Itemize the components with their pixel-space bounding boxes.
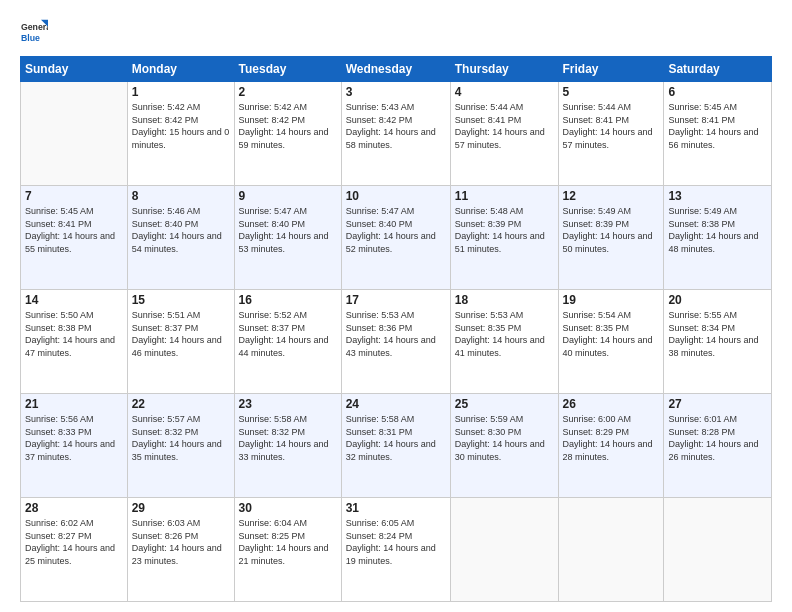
day-info: Sunrise: 6:01 AMSunset: 8:28 PMDaylight:… bbox=[668, 413, 767, 463]
day-info: Sunrise: 5:48 AMSunset: 8:39 PMDaylight:… bbox=[455, 205, 554, 255]
calendar-cell: 16Sunrise: 5:52 AMSunset: 8:37 PMDayligh… bbox=[234, 290, 341, 394]
calendar-table: SundayMondayTuesdayWednesdayThursdayFrid… bbox=[20, 56, 772, 602]
weekday-header-row: SundayMondayTuesdayWednesdayThursdayFrid… bbox=[21, 57, 772, 82]
calendar-cell bbox=[664, 498, 772, 602]
day-info: Sunrise: 6:04 AMSunset: 8:25 PMDaylight:… bbox=[239, 517, 337, 567]
calendar-cell: 29Sunrise: 6:03 AMSunset: 8:26 PMDayligh… bbox=[127, 498, 234, 602]
day-info: Sunrise: 5:50 AMSunset: 8:38 PMDaylight:… bbox=[25, 309, 123, 359]
day-number: 1 bbox=[132, 85, 230, 99]
day-info: Sunrise: 6:02 AMSunset: 8:27 PMDaylight:… bbox=[25, 517, 123, 567]
day-number: 12 bbox=[563, 189, 660, 203]
week-row-3: 14Sunrise: 5:50 AMSunset: 8:38 PMDayligh… bbox=[21, 290, 772, 394]
day-info: Sunrise: 5:47 AMSunset: 8:40 PMDaylight:… bbox=[346, 205, 446, 255]
day-number: 8 bbox=[132, 189, 230, 203]
day-info: Sunrise: 5:44 AMSunset: 8:41 PMDaylight:… bbox=[563, 101, 660, 151]
day-number: 30 bbox=[239, 501, 337, 515]
day-number: 16 bbox=[239, 293, 337, 307]
day-info: Sunrise: 5:51 AMSunset: 8:37 PMDaylight:… bbox=[132, 309, 230, 359]
calendar-cell: 3Sunrise: 5:43 AMSunset: 8:42 PMDaylight… bbox=[341, 82, 450, 186]
day-info: Sunrise: 5:54 AMSunset: 8:35 PMDaylight:… bbox=[563, 309, 660, 359]
calendar-cell: 9Sunrise: 5:47 AMSunset: 8:40 PMDaylight… bbox=[234, 186, 341, 290]
calendar-cell: 28Sunrise: 6:02 AMSunset: 8:27 PMDayligh… bbox=[21, 498, 128, 602]
calendar-cell bbox=[558, 498, 664, 602]
day-info: Sunrise: 6:05 AMSunset: 8:24 PMDaylight:… bbox=[346, 517, 446, 567]
calendar-cell: 1Sunrise: 5:42 AMSunset: 8:42 PMDaylight… bbox=[127, 82, 234, 186]
day-number: 15 bbox=[132, 293, 230, 307]
weekday-header-friday: Friday bbox=[558, 57, 664, 82]
day-number: 29 bbox=[132, 501, 230, 515]
day-info: Sunrise: 5:42 AMSunset: 8:42 PMDaylight:… bbox=[239, 101, 337, 151]
calendar-cell: 26Sunrise: 6:00 AMSunset: 8:29 PMDayligh… bbox=[558, 394, 664, 498]
day-info: Sunrise: 5:52 AMSunset: 8:37 PMDaylight:… bbox=[239, 309, 337, 359]
day-info: Sunrise: 5:46 AMSunset: 8:40 PMDaylight:… bbox=[132, 205, 230, 255]
day-number: 13 bbox=[668, 189, 767, 203]
calendar-cell: 11Sunrise: 5:48 AMSunset: 8:39 PMDayligh… bbox=[450, 186, 558, 290]
calendar-cell: 31Sunrise: 6:05 AMSunset: 8:24 PMDayligh… bbox=[341, 498, 450, 602]
day-info: Sunrise: 5:58 AMSunset: 8:32 PMDaylight:… bbox=[239, 413, 337, 463]
day-number: 10 bbox=[346, 189, 446, 203]
day-number: 20 bbox=[668, 293, 767, 307]
calendar-cell: 30Sunrise: 6:04 AMSunset: 8:25 PMDayligh… bbox=[234, 498, 341, 602]
calendar-cell: 13Sunrise: 5:49 AMSunset: 8:38 PMDayligh… bbox=[664, 186, 772, 290]
calendar-cell: 24Sunrise: 5:58 AMSunset: 8:31 PMDayligh… bbox=[341, 394, 450, 498]
day-number: 21 bbox=[25, 397, 123, 411]
day-info: Sunrise: 5:59 AMSunset: 8:30 PMDaylight:… bbox=[455, 413, 554, 463]
logo-icon: General Blue bbox=[20, 18, 48, 46]
day-number: 22 bbox=[132, 397, 230, 411]
day-info: Sunrise: 5:45 AMSunset: 8:41 PMDaylight:… bbox=[668, 101, 767, 151]
calendar-cell: 15Sunrise: 5:51 AMSunset: 8:37 PMDayligh… bbox=[127, 290, 234, 394]
weekday-header-tuesday: Tuesday bbox=[234, 57, 341, 82]
calendar-cell: 27Sunrise: 6:01 AMSunset: 8:28 PMDayligh… bbox=[664, 394, 772, 498]
day-info: Sunrise: 5:53 AMSunset: 8:35 PMDaylight:… bbox=[455, 309, 554, 359]
calendar-cell: 6Sunrise: 5:45 AMSunset: 8:41 PMDaylight… bbox=[664, 82, 772, 186]
calendar-cell: 7Sunrise: 5:45 AMSunset: 8:41 PMDaylight… bbox=[21, 186, 128, 290]
day-number: 27 bbox=[668, 397, 767, 411]
day-number: 5 bbox=[563, 85, 660, 99]
week-row-2: 7Sunrise: 5:45 AMSunset: 8:41 PMDaylight… bbox=[21, 186, 772, 290]
day-info: Sunrise: 5:53 AMSunset: 8:36 PMDaylight:… bbox=[346, 309, 446, 359]
calendar-cell: 4Sunrise: 5:44 AMSunset: 8:41 PMDaylight… bbox=[450, 82, 558, 186]
day-info: Sunrise: 5:44 AMSunset: 8:41 PMDaylight:… bbox=[455, 101, 554, 151]
day-number: 6 bbox=[668, 85, 767, 99]
day-number: 14 bbox=[25, 293, 123, 307]
week-row-1: 1Sunrise: 5:42 AMSunset: 8:42 PMDaylight… bbox=[21, 82, 772, 186]
calendar-cell: 22Sunrise: 5:57 AMSunset: 8:32 PMDayligh… bbox=[127, 394, 234, 498]
day-number: 4 bbox=[455, 85, 554, 99]
calendar-cell: 12Sunrise: 5:49 AMSunset: 8:39 PMDayligh… bbox=[558, 186, 664, 290]
page: General Blue SundayMondayTuesdayWednesda… bbox=[0, 0, 792, 612]
calendar-cell: 20Sunrise: 5:55 AMSunset: 8:34 PMDayligh… bbox=[664, 290, 772, 394]
logo: General Blue bbox=[20, 18, 52, 46]
day-number: 31 bbox=[346, 501, 446, 515]
day-number: 25 bbox=[455, 397, 554, 411]
calendar-cell: 10Sunrise: 5:47 AMSunset: 8:40 PMDayligh… bbox=[341, 186, 450, 290]
calendar-cell: 14Sunrise: 5:50 AMSunset: 8:38 PMDayligh… bbox=[21, 290, 128, 394]
weekday-header-sunday: Sunday bbox=[21, 57, 128, 82]
day-number: 2 bbox=[239, 85, 337, 99]
week-row-4: 21Sunrise: 5:56 AMSunset: 8:33 PMDayligh… bbox=[21, 394, 772, 498]
calendar-cell: 2Sunrise: 5:42 AMSunset: 8:42 PMDaylight… bbox=[234, 82, 341, 186]
day-info: Sunrise: 5:58 AMSunset: 8:31 PMDaylight:… bbox=[346, 413, 446, 463]
day-info: Sunrise: 5:49 AMSunset: 8:39 PMDaylight:… bbox=[563, 205, 660, 255]
day-info: Sunrise: 6:00 AMSunset: 8:29 PMDaylight:… bbox=[563, 413, 660, 463]
weekday-header-saturday: Saturday bbox=[664, 57, 772, 82]
day-number: 26 bbox=[563, 397, 660, 411]
calendar-cell: 23Sunrise: 5:58 AMSunset: 8:32 PMDayligh… bbox=[234, 394, 341, 498]
day-number: 17 bbox=[346, 293, 446, 307]
day-info: Sunrise: 5:57 AMSunset: 8:32 PMDaylight:… bbox=[132, 413, 230, 463]
calendar-cell: 5Sunrise: 5:44 AMSunset: 8:41 PMDaylight… bbox=[558, 82, 664, 186]
header: General Blue bbox=[20, 18, 772, 46]
calendar-cell: 8Sunrise: 5:46 AMSunset: 8:40 PMDaylight… bbox=[127, 186, 234, 290]
weekday-header-thursday: Thursday bbox=[450, 57, 558, 82]
calendar-cell: 25Sunrise: 5:59 AMSunset: 8:30 PMDayligh… bbox=[450, 394, 558, 498]
svg-text:General: General bbox=[21, 22, 48, 32]
calendar-cell bbox=[450, 498, 558, 602]
calendar-cell: 19Sunrise: 5:54 AMSunset: 8:35 PMDayligh… bbox=[558, 290, 664, 394]
day-number: 7 bbox=[25, 189, 123, 203]
day-info: Sunrise: 5:45 AMSunset: 8:41 PMDaylight:… bbox=[25, 205, 123, 255]
calendar-cell: 17Sunrise: 5:53 AMSunset: 8:36 PMDayligh… bbox=[341, 290, 450, 394]
day-number: 19 bbox=[563, 293, 660, 307]
weekday-header-wednesday: Wednesday bbox=[341, 57, 450, 82]
svg-text:Blue: Blue bbox=[21, 33, 40, 43]
day-info: Sunrise: 5:43 AMSunset: 8:42 PMDaylight:… bbox=[346, 101, 446, 151]
day-number: 24 bbox=[346, 397, 446, 411]
